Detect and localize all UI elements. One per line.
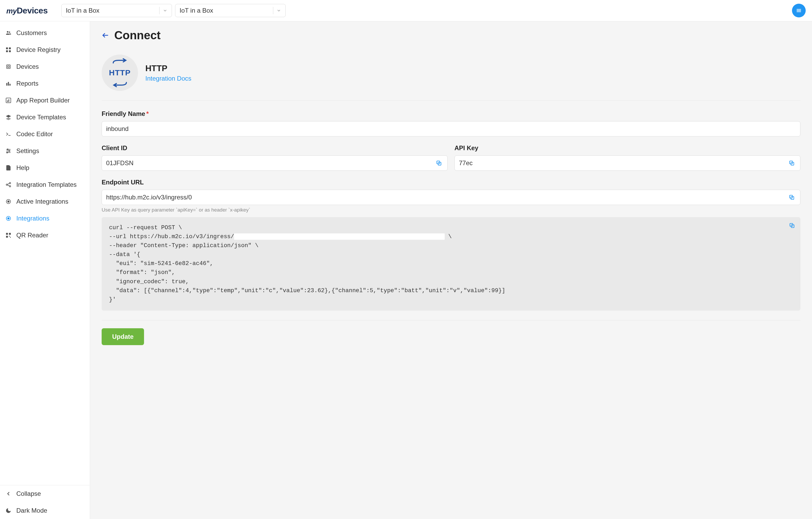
svg-point-32 (8, 201, 9, 202)
terminal-icon (5, 131, 11, 137)
bar-chart-icon (5, 80, 11, 87)
sidebar-item-label: Integrations (16, 215, 49, 222)
friendly-name-input-wrap (102, 121, 801, 136)
svg-point-23 (9, 151, 10, 152)
sidebar-item-label: QR Reader (16, 231, 48, 239)
sidebar-item-label: Integration Templates (16, 181, 77, 188)
svg-point-4 (9, 32, 10, 33)
svg-line-30 (7, 185, 9, 186)
sidebar-dark-mode[interactable]: Dark Mode (0, 502, 90, 519)
org-select-1-value: IoT in a Box (66, 7, 99, 14)
api-key-input-wrap (455, 156, 801, 171)
svg-point-25 (7, 152, 8, 153)
client-id-label: Client ID (102, 144, 447, 152)
svg-marker-18 (6, 117, 11, 120)
svg-rect-13 (9, 84, 10, 86)
http-badge: HTTP (102, 55, 138, 91)
menu-button[interactable] (792, 4, 806, 18)
sliders-icon (5, 148, 11, 154)
svg-rect-35 (6, 233, 8, 235)
svg-point-3 (7, 31, 8, 33)
sidebar-item-active-integrations[interactable]: Active Integrations (0, 193, 90, 210)
copy-client-id-button[interactable] (435, 159, 443, 167)
sidebar-item-label: Active Integrations (16, 198, 68, 205)
sidebar-item-label: Devices (16, 63, 39, 70)
sidebar-item-devices[interactable]: Devices (0, 58, 90, 75)
header: myDevices IoT in a Box IoT in a Box (0, 0, 812, 21)
sidebar-dark-mode-label: Dark Mode (16, 507, 47, 514)
sidebar-item-device-templates[interactable]: Device Templates (0, 109, 90, 126)
copy-curl-button[interactable] (788, 221, 796, 230)
sidebar-collapse-label: Collapse (16, 490, 41, 497)
sidebar-item-integration-templates[interactable]: Integration Templates (0, 176, 90, 193)
sidebar: Customers Device Registry Devices Report… (0, 21, 90, 519)
svg-rect-37 (6, 236, 8, 238)
chevron-left-icon (5, 491, 11, 497)
integration-title: HTTP (145, 63, 192, 73)
target-icon (5, 198, 11, 205)
integration-docs-link[interactable]: Integration Docs (145, 75, 192, 82)
client-id-input[interactable] (106, 159, 433, 167)
sidebar-item-label: Codec Editor (16, 130, 53, 138)
copy-icon (789, 160, 795, 166)
copy-icon (436, 160, 442, 166)
svg-rect-15 (7, 100, 8, 102)
svg-rect-10 (8, 66, 9, 67)
org-select-1[interactable]: IoT in a Box (61, 4, 172, 17)
qr-icon (5, 232, 11, 239)
svg-rect-36 (9, 233, 11, 235)
cpu-icon (5, 63, 11, 70)
sidebar-item-codec-editor[interactable]: Codec Editor (0, 126, 90, 142)
endpoint-url-input-wrap (102, 190, 801, 205)
back-button[interactable] (102, 32, 109, 39)
copy-icon (789, 194, 795, 200)
svg-point-21 (7, 149, 8, 150)
svg-rect-16 (8, 99, 9, 102)
svg-rect-11 (6, 83, 7, 86)
http-badge-text: HTTP (109, 68, 130, 77)
sidebar-item-label: Device Templates (16, 113, 66, 121)
arrow-right-icon (111, 58, 129, 64)
svg-line-29 (7, 183, 9, 184)
logo: myDevices (6, 6, 48, 16)
svg-rect-12 (8, 82, 9, 86)
svg-rect-9 (7, 65, 10, 69)
org-select-2[interactable]: IoT in a Box (175, 4, 286, 17)
chevron-down-icon (163, 8, 168, 13)
sidebar-item-reports[interactable]: Reports (0, 75, 90, 92)
update-button[interactable]: Update (102, 328, 144, 345)
sidebar-item-device-registry[interactable]: Device Registry (0, 42, 90, 58)
sidebar-item-help[interactable]: Help (0, 159, 90, 176)
moon-icon (5, 508, 11, 514)
sidebar-collapse[interactable]: Collapse (0, 485, 90, 502)
endpoint-url-input[interactable] (106, 194, 785, 201)
sidebar-item-customers[interactable]: Customers (0, 25, 90, 42)
file-icon (5, 165, 11, 171)
grid-icon (5, 47, 11, 53)
sidebar-item-qr-reader[interactable]: QR Reader (0, 227, 90, 244)
copy-endpoint-button[interactable] (787, 193, 796, 201)
friendly-name-input[interactable] (106, 125, 796, 133)
client-id-input-wrap (102, 156, 447, 171)
sidebar-item-label: Device Registry (16, 46, 61, 53)
copy-api-key-button[interactable] (787, 159, 796, 167)
chart-icon (5, 97, 11, 104)
friendly-name-label: Friendly Name* (102, 110, 801, 117)
sidebar-item-app-report-builder[interactable]: App Report Builder (0, 92, 90, 109)
curl-code-block: curl --request POST \ --url https://hub.… (102, 217, 801, 310)
sidebar-item-integrations[interactable]: Integrations (0, 210, 90, 227)
sidebar-item-label: App Report Builder (16, 97, 70, 104)
copy-icon (789, 222, 795, 229)
sidebar-item-label: Reports (16, 80, 38, 87)
sidebar-item-settings[interactable]: Settings (0, 142, 90, 159)
svg-rect-39 (10, 237, 11, 238)
people-icon (5, 30, 11, 36)
chevron-down-icon (277, 8, 281, 13)
svg-rect-8 (9, 50, 11, 52)
svg-point-34 (8, 218, 9, 219)
hamburger-icon (796, 8, 802, 13)
api-key-input[interactable] (459, 159, 785, 167)
svg-rect-6 (9, 48, 11, 49)
svg-rect-7 (6, 50, 8, 52)
svg-rect-5 (6, 48, 8, 49)
